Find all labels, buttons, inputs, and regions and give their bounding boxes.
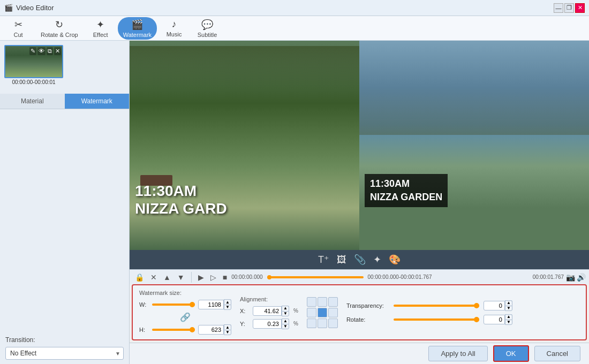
music-label: Music xyxy=(167,31,182,37)
wm-x-label: X: xyxy=(240,308,250,314)
wm-transparency-row: Transparency: ▲ ▼ xyxy=(346,300,512,311)
toolbar-subtitle[interactable]: 💬 Subtitle xyxy=(191,17,223,40)
title-bar-left: 🎬 Video Editor xyxy=(4,4,54,12)
lock-toggle-button[interactable]: 🔒 xyxy=(133,272,146,283)
wm-transparency-down[interactable]: ▼ xyxy=(505,306,512,311)
wm-y-input-group: ▲ ▼ xyxy=(253,318,289,329)
wm-rotate-up[interactable]: ▲ xyxy=(505,314,512,320)
wm-w-up[interactable]: ▲ xyxy=(224,299,231,305)
rotate-label: Rotate & Crop xyxy=(41,32,78,38)
tree-decoration xyxy=(130,46,359,89)
wm-w-row: W: ▲ ▼ xyxy=(139,299,231,310)
wm-rotate-input-group: ▲ ▼ xyxy=(484,314,512,325)
wm-w-spinner: ▲ ▼ xyxy=(224,299,231,310)
effect-palette-icon[interactable]: 🎨 xyxy=(386,253,403,267)
wm-transparency-input[interactable] xyxy=(484,301,505,310)
add-clip-icon[interactable]: 📎 xyxy=(351,253,368,267)
water-decoration xyxy=(359,41,589,135)
toolbar-effect[interactable]: ✦ Effect xyxy=(85,17,117,40)
cancel-button[interactable]: Cancel xyxy=(534,346,580,361)
transition-select-wrapper: No Effect Fade Slide Wipe Zoom ▼ xyxy=(5,347,124,360)
tab-material[interactable]: Material xyxy=(0,94,65,109)
add-image-icon[interactable]: 🖼 xyxy=(334,253,349,267)
transition-area: Transition: No Effect Fade Slide Wipe Zo… xyxy=(0,332,129,364)
wm-w-input[interactable] xyxy=(198,300,224,309)
wm-h-input[interactable] xyxy=(198,325,224,335)
move-up-button[interactable]: ▲ xyxy=(161,272,173,283)
clip-close-icon[interactable]: ✕ xyxy=(54,47,61,55)
toolbar-music[interactable]: ♪ Music xyxy=(158,17,190,40)
play-button[interactable]: ▶ xyxy=(196,272,206,283)
restore-button[interactable]: ❐ xyxy=(564,3,574,13)
wm-text-time-right: 11:30AM xyxy=(370,177,442,191)
toolbar-rotate[interactable]: ↻ Rotate & Crop xyxy=(35,17,84,40)
toolbar-watermark[interactable]: 🎬 Watermark xyxy=(118,17,157,40)
wm-rotate-slider[interactable] xyxy=(394,318,479,321)
cut-label: Cut xyxy=(13,32,22,38)
clip-edit-icon[interactable]: ✎ xyxy=(29,47,36,55)
minimize-button[interactable]: — xyxy=(554,3,563,13)
wm-rotate-input[interactable] xyxy=(484,315,505,324)
tab-watermark[interactable]: Watermark xyxy=(65,94,130,109)
clip-copy-icon[interactable]: ⧉ xyxy=(47,47,53,55)
app-icon: 🎬 xyxy=(4,4,13,12)
align-bot-right[interactable] xyxy=(328,318,338,328)
clip-item[interactable]: ✎ 👁 ⧉ ✕ 00:00:00-00:00:01 xyxy=(4,45,63,85)
wm-x-up[interactable]: ▲ xyxy=(282,306,289,311)
play-preview-button[interactable]: ▷ xyxy=(208,272,218,283)
align-mid-left[interactable] xyxy=(307,308,316,317)
wm-transparency-slider[interactable] xyxy=(394,305,479,307)
effect-icon: ✦ xyxy=(96,19,104,31)
apply-to-all-button[interactable]: Apply to All xyxy=(428,346,487,361)
align-bot-center[interactable] xyxy=(318,318,327,328)
stop-button[interactable]: ■ xyxy=(221,272,229,283)
wm-y-input[interactable] xyxy=(253,319,282,329)
align-top-right[interactable] xyxy=(328,297,338,307)
wm-w-down[interactable]: ▼ xyxy=(224,305,231,310)
move-down-button[interactable]: ▼ xyxy=(175,272,187,283)
playback-progress-bar[interactable] xyxy=(267,276,364,278)
wm-y-down[interactable]: ▼ xyxy=(282,324,289,329)
wm-alignment-title: Alignment: xyxy=(240,296,298,302)
add-text-icon[interactable]: T⁺ xyxy=(315,253,332,267)
wm-x-down[interactable]: ▼ xyxy=(282,311,289,316)
wm-h-slider[interactable] xyxy=(152,329,195,331)
screenshot-icon[interactable]: 📷 xyxy=(566,273,575,282)
watermark-overlay-left: 11:30AM NIZZA GARD xyxy=(135,182,227,218)
right-panel: 11:30AM NIZZA GARD 11:30AM NIZZA GARDEN … xyxy=(130,41,589,364)
wm-transparency-thumb xyxy=(474,303,479,308)
wm-w-slider[interactable] xyxy=(152,304,195,306)
wm-h-up[interactable]: ▲ xyxy=(224,324,231,330)
wm-rotate-down[interactable]: ▼ xyxy=(505,320,512,325)
wm-x-input[interactable] xyxy=(253,306,282,316)
close-button[interactable]: ✕ xyxy=(575,3,585,13)
wm-transparency-up[interactable]: ▲ xyxy=(505,300,512,306)
effect-star-icon[interactable]: ✦ xyxy=(371,253,384,267)
delete-clip-button[interactable]: ✕ xyxy=(148,272,159,283)
wm-lock-icon[interactable]: 🔗 xyxy=(180,312,191,322)
video-right-half: 11:30AM NIZZA GARDEN xyxy=(359,41,589,250)
wm-y-up[interactable]: ▲ xyxy=(282,318,289,324)
align-top-left[interactable] xyxy=(307,297,316,307)
ok-button[interactable]: OK xyxy=(493,345,529,362)
pb-icons: 📷 🔊 xyxy=(566,273,586,282)
volume-icon[interactable]: 🔊 xyxy=(577,273,586,282)
wm-h-down[interactable]: ▼ xyxy=(224,330,231,335)
title-bar-controls[interactable]: — ❐ ✕ xyxy=(554,3,585,13)
wm-w-label: W: xyxy=(139,301,149,308)
wm-h-spinner: ▲ ▼ xyxy=(224,324,231,335)
toolbar-cut[interactable]: ✂ Cut xyxy=(2,17,34,40)
video-area: 11:30AM NIZZA GARD 11:30AM NIZZA GARDEN … xyxy=(130,41,589,269)
align-mid-center[interactable] xyxy=(318,308,327,317)
time-start-label: 00:00:00.000 xyxy=(231,274,262,280)
wm-x-row: X: ▲ ▼ % xyxy=(240,306,298,316)
align-top-center[interactable] xyxy=(318,297,327,307)
clip-preview-icon[interactable]: 👁 xyxy=(37,47,46,55)
transition-select[interactable]: No Effect Fade Slide Wipe Zoom xyxy=(5,347,124,360)
divider-1 xyxy=(191,272,192,283)
wm-text-place-left: NIZZA GARD xyxy=(135,200,227,218)
clip-thumbnail: ✎ 👁 ⧉ ✕ xyxy=(4,45,63,78)
align-mid-right[interactable] xyxy=(328,308,338,317)
align-bot-left[interactable] xyxy=(307,318,316,328)
video-canvas: 11:30AM NIZZA GARD 11:30AM NIZZA GARDEN xyxy=(130,41,589,250)
